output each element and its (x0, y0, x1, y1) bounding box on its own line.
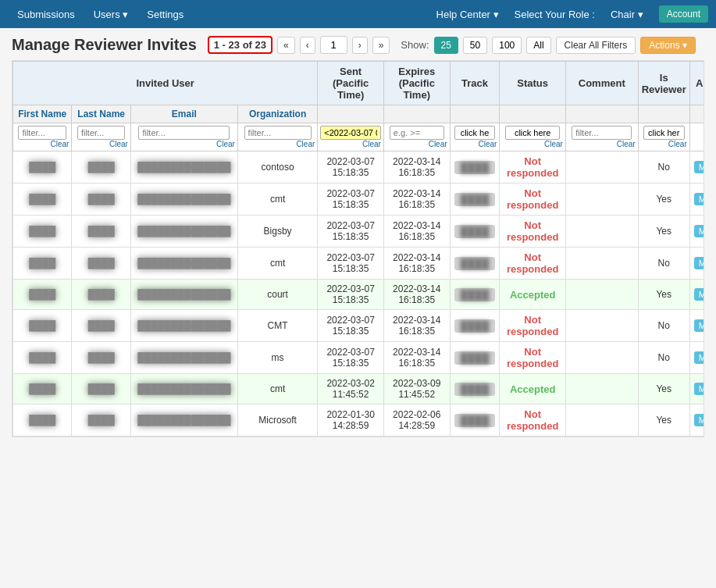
last-name-cell: ████ (72, 248, 130, 280)
org-filter-cell: Clear (237, 123, 317, 151)
status-cell: Not responded (500, 184, 565, 216)
last-page-button[interactable]: » (372, 37, 390, 54)
ac-button[interactable]: M (694, 193, 704, 205)
comment-cell (565, 404, 638, 437)
role-link[interactable]: Chair (601, 2, 653, 27)
last-name-filter[interactable] (77, 126, 126, 140)
page-number-input[interactable] (320, 36, 347, 54)
email-clear[interactable]: Clear (134, 140, 235, 148)
role-dropdown[interactable]: Chair (601, 2, 653, 27)
sent-clear[interactable]: Clear (320, 140, 381, 148)
nav-users-dropdown[interactable]: Users (84, 2, 138, 27)
is-reviewer-cell: No (638, 248, 689, 280)
is-reviewer-filter-button[interactable]: click her (643, 126, 685, 140)
email-header[interactable]: Email (130, 105, 237, 123)
expires-filter[interactable] (390, 126, 444, 140)
show-100-button[interactable]: 100 (492, 37, 522, 54)
first-page-button[interactable]: « (277, 37, 295, 54)
track-cell: ████ (450, 342, 500, 374)
status-cell: Not responded (500, 310, 565, 342)
show-all-button[interactable]: All (526, 37, 550, 54)
org-clear[interactable]: Clear (240, 140, 315, 148)
expires-cell: 2022-03-09 11:45:52 (383, 374, 450, 404)
email-filter[interactable] (138, 126, 230, 140)
table-row: ████ ████ ██████████████ court 2022-03-0… (13, 280, 705, 310)
org-cell: cmt (237, 374, 317, 404)
last-name-cell: ████ (72, 310, 130, 342)
comment-filter[interactable] (572, 126, 632, 140)
first-name-cell: ████ (13, 151, 72, 184)
help-center-link[interactable]: Help Center (427, 2, 508, 27)
last-name-cell: ████ (72, 216, 130, 248)
nav-settings[interactable]: Settings (137, 2, 193, 27)
sent-cell: 2022-03-07 15:18:35 (318, 216, 384, 248)
comment-clear[interactable]: Clear (568, 140, 636, 148)
show-50-button[interactable]: 50 (463, 37, 487, 54)
expires-filter-cell: Clear (383, 123, 450, 151)
sent-filter[interactable] (320, 126, 381, 140)
is-reviewer-cell: Yes (638, 184, 689, 216)
org-filter[interactable] (244, 126, 312, 140)
last-name-cell: ████ (72, 374, 130, 404)
actions-button[interactable]: Actions (640, 37, 696, 54)
is-reviewer-cell: No (638, 342, 689, 374)
nav-users-link[interactable]: Users (84, 2, 138, 27)
track-filter-cell: click he Clear (450, 123, 500, 151)
clear-all-filters-button[interactable]: Clear All Filters (556, 37, 636, 54)
first-name-filter[interactable] (18, 126, 66, 140)
email-cell: ██████████████ (130, 216, 237, 248)
first-name-cell: ████ (13, 280, 72, 310)
sub-header-row: First Name Last Name Email Organization (13, 105, 705, 123)
ac-button[interactable]: M (694, 161, 704, 173)
comment-filter-cell: Clear (565, 123, 638, 151)
last-name-clear[interactable]: Clear (74, 140, 127, 148)
status-cell: Accepted (500, 374, 565, 404)
organization-header[interactable]: Organization (237, 105, 317, 123)
is-reviewer-header (638, 105, 689, 123)
table-body: ████ ████ ██████████████ contoso 2022-03… (13, 151, 705, 437)
comment-cell (565, 248, 638, 280)
ac-button[interactable]: M (694, 288, 704, 301)
prev-page-button[interactable]: ‹ (300, 37, 315, 54)
comment-cell (565, 216, 638, 248)
track-clear[interactable]: Clear (453, 140, 497, 148)
last-name-header[interactable]: Last Name (72, 105, 130, 123)
org-cell: contoso (237, 151, 317, 184)
expires-clear[interactable]: Clear (386, 140, 447, 148)
ac-cell: M (689, 280, 704, 310)
ac-button[interactable]: M (694, 257, 704, 269)
status-clear[interactable]: Clear (502, 140, 562, 148)
nav-submissions[interactable]: Submissions (8, 2, 84, 27)
sent-cell: 2022-03-07 15:18:35 (318, 342, 384, 374)
first-name-clear[interactable]: Clear (16, 140, 69, 148)
show-25-button[interactable]: 25 (434, 37, 458, 54)
show-label: Show: (401, 39, 429, 51)
next-page-button[interactable]: › (352, 37, 368, 54)
ac-button[interactable]: M (694, 225, 704, 237)
status-filter-cell: click here Clear (500, 123, 565, 151)
account-button[interactable]: Account (659, 5, 708, 23)
ac-cell: M (689, 216, 704, 248)
ac-cell: M (689, 374, 704, 404)
status-filter-button[interactable]: click here (505, 126, 560, 140)
first-name-header[interactable]: First Name (13, 105, 72, 123)
ac-button[interactable]: M (694, 351, 704, 364)
help-center-dropdown[interactable]: Help Center (427, 2, 508, 27)
org-cell: CMT (237, 310, 317, 342)
track-filter-button[interactable]: click he (454, 126, 494, 140)
ac-button[interactable]: M (694, 383, 704, 395)
email-cell: ██████████████ (130, 374, 237, 404)
status-cell: Not responded (500, 248, 565, 280)
comment-cell (565, 374, 638, 404)
ac-button[interactable]: M (694, 319, 704, 332)
org-cell: ms (237, 342, 317, 374)
table-row: ████ ████ ██████████████ CMT 2022-03-07 … (13, 310, 705, 342)
track-cell: ████ (450, 374, 500, 404)
status-cell: Not responded (500, 404, 565, 437)
sent-cell: 2022-03-07 15:18:35 (318, 151, 384, 184)
page-title: Manage Reviewer Invites (12, 36, 197, 54)
table-row: ████ ████ ██████████████ cmt 2022-03-07 … (13, 248, 705, 280)
is-reviewer-clear[interactable]: Clear (641, 140, 687, 148)
ac-button[interactable]: M (694, 414, 704, 426)
org-cell: Bigsby (237, 216, 317, 248)
